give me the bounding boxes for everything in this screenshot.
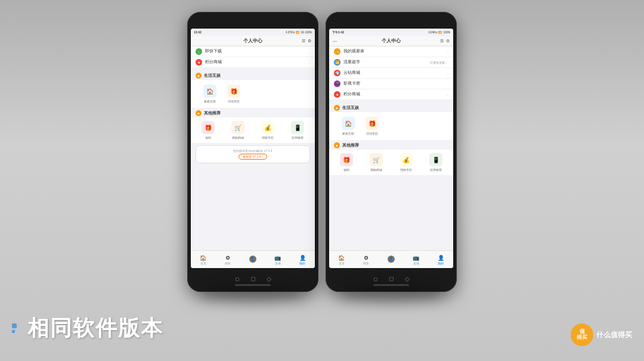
right-video-text: 影视卡密 [343, 81, 447, 86]
left-nav-back[interactable] [236, 278, 239, 281]
left-menu-item-download[interactable]: ↓ 即快下载 › [191, 46, 315, 57]
left-shop-label: 易购商城 [232, 136, 244, 139]
left-tab-me[interactable]: 👤 我的 [299, 254, 306, 265]
left-tab-home-label: 首页 [200, 262, 206, 265]
left-grid-item-activity[interactable]: 🎁 活动专区 [222, 85, 246, 103]
right-home-icon-box: 🏠 [342, 117, 355, 130]
right-tab-me[interactable]: 👤 我的 [437, 254, 444, 265]
left-life-title: 生活互娱 [204, 73, 221, 79]
right-time: 下午1:42 [332, 30, 344, 34]
left-tab-biz[interactable]: ⚙ 商务 [224, 254, 231, 265]
left-grid-finance[interactable]: 💰 理财专区 [253, 121, 283, 139]
left-welfare-icon-box: 🎁 [202, 121, 215, 134]
right-video-arrow: › [447, 82, 448, 86]
left-grid-shop[interactable]: 🛒 易购商城 [223, 121, 253, 139]
right-nav-back[interactable] [374, 278, 377, 281]
right-finance-icon-box: 💰 [400, 153, 413, 166]
right-activity-icon-box: 🎁 [366, 117, 379, 130]
right-grid-app[interactable]: 📱 应用推荐 [421, 153, 451, 172]
right-section-life: ◆ 生活互娱 [329, 102, 453, 112]
left-tab-avatar[interactable]: 👤 [249, 256, 256, 263]
bullet-icon [12, 323, 23, 334]
left-download-icon: ↓ [196, 48, 202, 55]
left-grid-app[interactable]: 📱 应用推荐 [283, 121, 312, 139]
right-signal-icon: 📶 [438, 31, 442, 34]
left-nav-recent[interactable] [266, 276, 271, 281]
right-menu-diamond[interactable]: 💎 云钻商城 › [329, 68, 453, 79]
right-grid-finance[interactable]: 💰 理财专区 [391, 153, 421, 172]
left-nav-dots [187, 277, 318, 281]
left-tab-live-icon: 📺 [274, 254, 281, 262]
right-grid-shop[interactable]: 🛒 易购商城 [361, 153, 391, 172]
right-phone-screen: 下午1:42 3.04K/s 📶 100% — 个人中心 ☰ ⚙ [329, 29, 453, 268]
right-app-label: 应用推荐 [430, 168, 442, 172]
right-header-icon1[interactable]: ☰ [440, 39, 444, 43]
right-grid-welfare[interactable]: 🎁 福利 [332, 153, 361, 172]
left-nav-home[interactable] [251, 277, 255, 281]
left-tab-avatar-img: 👤 [249, 256, 256, 263]
left-app-header: 个人中心 ☰ ⚙ [191, 36, 315, 46]
left-download-text: 即快下载 [205, 49, 309, 54]
right-ticket-text: 我的观赛券 [343, 49, 447, 54]
right-grid-item-home[interactable]: 🏠 家庭互联 [336, 117, 360, 135]
left-phone: 13:42 4.07K/s 📶 3G 100% 个人中心 ☰ ⚙ [187, 12, 318, 292]
right-status-bar: 下午1:42 3.04K/s 📶 100% [329, 29, 453, 36]
right-network: 3.04K/s [428, 31, 437, 34]
right-tab-live-icon: 📺 [413, 254, 420, 262]
right-nav-home[interactable] [389, 277, 394, 281]
right-header-title: 个人中心 [382, 38, 401, 44]
left-tab-live[interactable]: 📺 直播 [274, 254, 281, 265]
right-menu-flow[interactable]: 📶 流量超市 开通免流量 › [329, 57, 453, 68]
right-tab-avatar[interactable]: 👤 [388, 256, 395, 263]
left-menu-item-store[interactable]: ★ 积分商城 › [191, 57, 315, 68]
left-download-arrow: › [309, 50, 310, 54]
left-time: 13:42 [194, 30, 202, 34]
right-nav-recent[interactable] [404, 276, 409, 281]
right-ticket-arrow: › [447, 50, 448, 54]
right-other-icon: ◆ [334, 142, 340, 148]
left-shop-icon-box: 🛒 [231, 121, 244, 134]
right-signal: 100% [443, 31, 450, 34]
left-header-icon2[interactable]: ⚙ [308, 39, 311, 43]
right-phone-shadow [339, 285, 444, 303]
left-header-title: 个人中心 [243, 38, 262, 44]
left-header-icon1[interactable]: ☰ [302, 39, 305, 43]
left-tab-biz-label: 商务 [225, 262, 231, 265]
right-tab-biz[interactable]: ⚙ 商务 [363, 254, 370, 265]
right-grid-item-activity[interactable]: 🎁 活动专区 [360, 117, 384, 135]
right-header-icons[interactable]: ☰ ⚙ [440, 39, 450, 43]
left-header-icons[interactable]: ☰ ⚙ [302, 39, 311, 43]
logo-line2: 得买 [577, 335, 587, 341]
left-grid-item-home[interactable]: 🏠 家庭互联 [198, 85, 222, 103]
right-phone-notch [379, 17, 403, 21]
right-app-icon-box: 📱 [429, 153, 442, 166]
right-tab-bar: 🏠 首页 ⚙ 商务 👤 📺 直播 [329, 250, 453, 268]
left-other-icon: ◆ [196, 110, 202, 116]
right-header-back[interactable]: — [333, 39, 337, 43]
left-store-icon: ★ [196, 59, 202, 66]
right-phone: 下午1:42 3.04K/s 📶 100% — 个人中心 ☰ ⚙ [326, 12, 457, 292]
left-update-banner: 您的版本是Aurora版本 v7.2.4 更新至 V7.2.4 › [196, 145, 310, 163]
right-flow-sub: 开通免流量 › [430, 61, 447, 64]
right-menu-video[interactable]: 🎬 影视卡密 › [329, 79, 453, 89]
bullet-dot-large [12, 323, 17, 328]
right-menu-points[interactable]: ★ 积分商城 › [329, 89, 453, 100]
right-flow-text: 流量超市 [343, 60, 430, 65]
right-tab-live[interactable]: 📺 直播 [413, 254, 420, 265]
right-tab-biz-icon: ⚙ [363, 254, 370, 262]
right-header-icon2[interactable]: ⚙ [446, 39, 450, 43]
right-flow-icon: 📶 [334, 59, 340, 66]
left-tab-home[interactable]: 🏠 首页 [200, 254, 207, 265]
right-diamond-arrow: › [447, 71, 448, 75]
right-tab-biz-label: 商务 [363, 262, 369, 265]
right-tab-home[interactable]: 🏠 首页 [338, 254, 345, 265]
right-menu-ticket[interactable]: 🎫 我的观赛券 › [329, 46, 453, 57]
bullet-dot-small [12, 330, 15, 333]
left-status-bar: 13:42 4.07K/s 📶 3G 100% [191, 29, 315, 36]
logo-inner-text: 值 得买 [577, 329, 587, 341]
left-signal-icon: 📶 [296, 31, 299, 34]
right-grid-other: 🎁 福利 🛒 易购商城 💰 理财专区 📱 应用推荐 [329, 150, 453, 175]
right-tab-home-label: 首页 [339, 262, 345, 265]
left-update-btn[interactable]: 更新至 V7.2.4 › [239, 154, 267, 160]
left-grid-welfare[interactable]: 🎁 福利 [193, 121, 223, 139]
